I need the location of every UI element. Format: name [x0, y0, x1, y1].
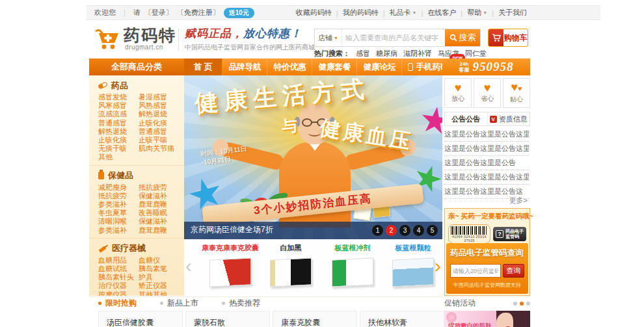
promo-dot[interactable] [526, 302, 530, 306]
category-link[interactable]: 参类滋补 [98, 226, 139, 235]
hero-banner[interactable]: 健康生活方式 与 健康血压 时间：10月11日-10月31日 3个小妙招防治血压… [184, 75, 442, 239]
category-link[interactable]: 其他 [98, 153, 139, 161]
coupon-badge[interactable]: 送10元 [224, 8, 254, 18]
promo-banner[interactable]: 绽放嫩白的肌肤 [444, 311, 530, 327]
register-link[interactable]: 〔免费注册〕 [177, 8, 220, 18]
nav-item-home[interactable]: 首 页 [184, 59, 222, 75]
tab-announcements[interactable]: 公告公告 [445, 112, 487, 125]
nav-item-health-combo[interactable]: 健康套餐 [312, 59, 357, 75]
more-link[interactable]: 更多> [444, 196, 528, 205]
category-link[interactable]: 鹿茸鹿鞭 [139, 226, 181, 235]
category-link[interactable]: 风热感冒 [139, 101, 181, 110]
promo-dot[interactable] [520, 302, 524, 306]
feature-worry-free[interactable]: ♥ 放心 [444, 78, 472, 108]
tab-flash-sale[interactable]: 限时抢购 [98, 298, 137, 309]
hot-keyword[interactable]: 感冒 [356, 49, 370, 59]
search-category-dropdown[interactable]: 店铺▼ [315, 29, 342, 46]
category-link[interactable]: 解热退烧 [98, 127, 139, 136]
tab-credentials[interactable]: V 资质信息 [487, 112, 530, 125]
feature-save-money[interactable]: ♥ 省心 [474, 78, 501, 108]
pager-dot-1[interactable]: 1 [372, 225, 383, 236]
nav-item-forum[interactable]: 健康论坛 [357, 59, 402, 75]
feature-caring[interactable]: ♥♥ 贴心 [503, 78, 530, 108]
category-link[interactable]: 保健滋补 [139, 217, 181, 226]
category-link[interactable]: 暑湿感冒 [139, 93, 181, 101]
category-link[interactable]: 肌肉关节痛 [139, 144, 181, 153]
assurance-features: ♥ 放心 ♥ 省心 ♥♥ 贴心 [444, 78, 530, 108]
nav-item-brands[interactable]: 品牌导航 [222, 59, 267, 75]
online-service-link[interactable]: 在线客户 [427, 8, 456, 18]
category-link[interactable]: 流感流感 [98, 110, 139, 118]
category-link[interactable]: 胰岛素笔 [139, 265, 181, 273]
giftcard-link[interactable]: 礼品卡▼ [390, 8, 417, 18]
hot-keyword[interactable]: 同仁堂 [465, 49, 487, 59]
category-link[interactable]: 止咳化痰 [139, 119, 181, 127]
category-link[interactable]: 按摩仪器 [98, 291, 139, 296]
category-link[interactable]: 清咽润喉 [98, 217, 139, 226]
product-name: 板蓝根颗粒 [384, 243, 442, 253]
category-link[interactable]: 护具 [139, 273, 181, 281]
category-link[interactable]: 普通感冒 [139, 127, 181, 136]
favorite-link[interactable]: 收藏药码特 [296, 8, 332, 18]
category-link[interactable]: 感冒发烧 [98, 93, 139, 101]
pager-dot-4[interactable]: 4 [413, 225, 424, 236]
category-link[interactable]: 冬虫夏草 [98, 209, 139, 217]
carousel-product[interactable]: 康泰克康泰克胶囊 [201, 243, 260, 286]
category-link[interactable]: 血糖试纸 [98, 265, 139, 273]
my-account-link[interactable]: 我的药码特 [343, 8, 379, 18]
category-link[interactable]: 风寒感冒 [98, 101, 139, 110]
category-link[interactable]: 抵抗疲劳 [139, 183, 181, 192]
announcement-item[interactable]: 这里是公告这里是公告这里 [444, 127, 529, 142]
category-link[interactable]: 止咳化痰 [98, 136, 139, 144]
promo-dot[interactable] [513, 302, 517, 306]
announcement-item[interactable]: 这里是公告这里是公告 [444, 156, 529, 170]
category-link[interactable]: 保健滋补 [139, 192, 181, 200]
help-link[interactable]: 帮助▼ [467, 8, 487, 18]
hot-keyword[interactable]: 滋阴补肾 [403, 49, 432, 59]
all-categories-button[interactable]: 全部商品分类 [89, 59, 184, 75]
category-link[interactable]: 鹿茸鹿鞭 [139, 200, 181, 209]
category-link[interactable]: 血糖用品 [98, 256, 139, 265]
carousel-prev-button[interactable]: ‹ [185, 256, 192, 276]
category-link[interactable]: 普通感冒 [98, 119, 139, 127]
category-link[interactable]: 抵抗疲劳 [98, 192, 139, 200]
product-card[interactable]: 汤臣倍健胶囊 [98, 311, 183, 327]
category-link[interactable]: 治疗仪器 [98, 281, 139, 290]
pager-dot-2[interactable]: 2 [386, 225, 397, 236]
tab-hot-sellers[interactable]: 热卖推荐 [222, 298, 260, 309]
category-link[interactable]: 解热退烧 [139, 110, 181, 118]
announcement-item[interactable]: 这里是公告这里是公告这里是 [444, 170, 529, 185]
carousel-product[interactable]: 板蓝根冲剂 [323, 243, 382, 286]
hot-keyword[interactable]: 糖尿病 [376, 49, 397, 59]
query-button[interactable]: 查询 [503, 264, 524, 278]
announcement-item[interactable]: 这里是公告这里是公告这里 [444, 142, 529, 156]
nav-item-deals[interactable]: 特价优惠 [267, 59, 312, 75]
tab-new-arrivals[interactable]: 新品上市 [160, 298, 198, 309]
product-card[interactable]: 扶他林软膏 [360, 311, 444, 327]
carousel-product[interactable]: 白加黑 [262, 243, 320, 286]
pager-dot-3[interactable]: 3 [399, 225, 410, 236]
supervision-code-input[interactable] [450, 264, 501, 278]
section-links: 感冒发烧 暑湿感冒 风寒感冒 风热感冒 流感流感 解热退烧 普通感冒 止咳化痰 … [98, 93, 183, 162]
search-input[interactable] [342, 29, 445, 46]
category-link[interactable]: 无痰干咳 [98, 144, 139, 153]
search-button[interactable]: 搜索 [445, 29, 480, 46]
category-link[interactable]: 改善睡眠 [139, 209, 181, 217]
category-link[interactable]: 止咳平喘 [139, 136, 181, 144]
category-link[interactable]: 其他其他 [139, 291, 181, 296]
query-row: 查询 [450, 264, 524, 278]
category-link[interactable]: 血糖仪 [139, 256, 181, 265]
product-card[interactable]: 蒙脱石散 [185, 311, 270, 327]
login-link[interactable]: 〔登录〕 [144, 8, 173, 18]
about-us-link[interactable]: 关于我们 [498, 8, 527, 18]
category-link[interactable]: 胰岛素针头 [98, 273, 139, 281]
carousel-product[interactable]: 板蓝根颗粒 [384, 243, 442, 286]
topbar-left: 欢迎您 ｜ 请 〔登录〕 〔免费注册〕 送10元 [94, 6, 254, 20]
category-link[interactable]: 矫正仪器 [139, 281, 181, 290]
cart-button[interactable]: 购物车 [488, 29, 528, 47]
category-link[interactable]: 参类滋补 [98, 200, 139, 209]
pager-dot-5[interactable]: 5 [427, 225, 438, 236]
category-link[interactable]: 减肥瘦身 [98, 183, 139, 192]
product-card[interactable]: 康泰克胶囊 [273, 311, 357, 327]
cart-logo-icon[interactable] [94, 27, 120, 51]
